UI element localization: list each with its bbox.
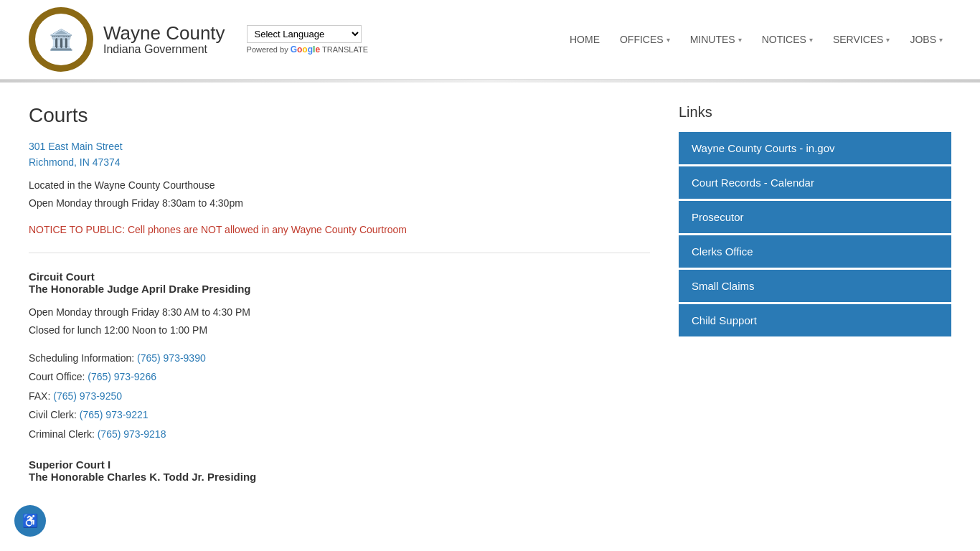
logo-icon: 🏛️ (29, 7, 93, 72)
notice-text: NOTICE TO PUBLIC: Cell phones are NOT al… (29, 224, 650, 235)
main-nav: HOME OFFICES ▾ MINUTES ▾ NOTICES ▾ SERVI… (561, 28, 951, 51)
criminal-info: Criminal Clerk: (765) 973-9218 (29, 425, 650, 444)
site-title: Wayne County Indiana Government (103, 23, 225, 57)
logo-area: 🏛️ Wayne County Indiana Government (29, 7, 225, 72)
criminal-phone[interactable]: (765) 973-9218 (98, 428, 166, 440)
civil-info: Civil Clerk: (765) 973-9221 (29, 405, 650, 425)
superior-court-section: Superior Court I The Honorable Charles K… (29, 458, 650, 483)
site-title-main: Wayne County (103, 23, 225, 44)
content-area: Courts 301 East Main Street Richmond, IN… (29, 104, 650, 497)
powered-by: Powered by Google TRANSLATE (247, 44, 368, 55)
translate-area: Select Language Powered by Google TRANSL… (247, 25, 368, 55)
chevron-down-icon: ▾ (738, 36, 742, 44)
site-title-sub: Indiana Government (103, 43, 225, 56)
office-phone[interactable]: (765) 973-9266 (88, 371, 156, 382)
sidebar-link-clerks[interactable]: Clerks Office (679, 235, 951, 268)
chevron-down-icon: ▾ (809, 36, 813, 44)
sidebar-link-prosecutor[interactable]: Prosecutor (679, 201, 951, 233)
superior-court-judge: The Honorable Charles K. Todd Jr. Presid… (29, 471, 650, 483)
office-info: Court Office: (765) 973-9266 (29, 367, 650, 387)
nav-minutes[interactable]: MINUTES ▾ (682, 28, 750, 51)
building-icon: 🏛️ (49, 28, 74, 52)
sidebar-link-courts[interactable]: Wayne County Courts - in.gov (679, 132, 951, 164)
language-select[interactable]: Select Language (247, 25, 362, 43)
header: 🏛️ Wayne County Indiana Government Selec… (0, 0, 980, 80)
fax-phone[interactable]: (765) 973-9250 (53, 390, 122, 402)
scheduling-phone[interactable]: (765) 973-9390 (137, 352, 206, 364)
nav-home[interactable]: HOME (561, 28, 608, 51)
nav-offices[interactable]: OFFICES ▾ (611, 28, 679, 51)
superior-court-name: Superior Court I (29, 458, 650, 471)
nav-notices[interactable]: NOTICES ▾ (753, 28, 821, 51)
court-judge: The Honorable Judge April Drake Presidin… (29, 283, 650, 295)
page-title: Courts (29, 104, 650, 127)
sidebar: Links Wayne County Courts - in.gov Court… (679, 104, 951, 497)
chevron-down-icon: ▾ (666, 36, 670, 44)
fax-info: FAX: (765) 973-9250 (29, 387, 650, 406)
section-divider (29, 253, 650, 253)
main-content: Courts 301 East Main Street Richmond, IN… (0, 83, 980, 519)
chevron-down-icon: ▾ (886, 36, 890, 44)
nav-services[interactable]: SERVICES ▾ (824, 28, 899, 51)
court-hours: Open Monday through Friday 8:30 AM to 4:… (29, 303, 650, 339)
sidebar-link-small-claims[interactable]: Small Claims (679, 270, 951, 302)
court-name: Circuit Court (29, 270, 650, 283)
sidebar-link-child-support[interactable]: Child Support (679, 304, 951, 336)
address-link[interactable]: 301 East Main Street Richmond, IN 47374 (29, 138, 650, 171)
accessibility-icon: ♿ (22, 513, 38, 519)
links-title: Links (679, 104, 951, 121)
civil-phone[interactable]: (765) 973-9221 (80, 409, 149, 420)
nav-jobs[interactable]: JOBS ▾ (901, 28, 951, 51)
circuit-court-section: Circuit Court The Honorable Judge April … (29, 270, 650, 443)
sidebar-link-records[interactable]: Court Records - Calendar (679, 166, 951, 199)
location-info: Located in the Wayne County Courthouse O… (29, 176, 650, 212)
google-logo: Google (291, 44, 320, 55)
scheduling-info: Scheduling Information: (765) 973-9390 (29, 349, 650, 368)
court-contacts: Scheduling Information: (765) 973-9390 C… (29, 349, 650, 444)
chevron-down-icon: ▾ (939, 36, 943, 44)
